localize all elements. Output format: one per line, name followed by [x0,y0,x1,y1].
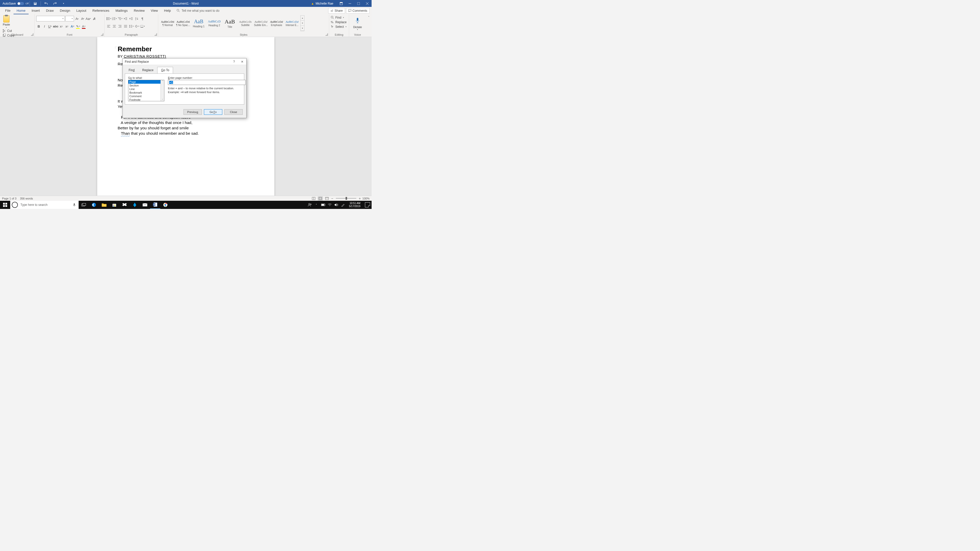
page-indicator[interactable]: Page 1 of 3 [2,197,16,200]
maximize-icon[interactable] [354,0,363,7]
bullets-icon[interactable] [106,16,111,21]
wifi-icon[interactable] [328,203,332,207]
font-size-input[interactable]: ▾ [65,16,74,21]
pen-icon[interactable] [341,203,345,207]
dialog-titlebar[interactable]: Find and Replace ? ✕ [123,59,246,65]
list-item[interactable]: Section [128,84,161,87]
user-name[interactable]: Michelle Rae [316,2,333,5]
taskbar-search[interactable]: Type here to search [10,201,79,209]
style--no-spac-[interactable]: AaBbCcDd¶ No Spac... [175,15,191,31]
print-layout-icon[interactable] [318,197,323,200]
tab-file[interactable]: File [2,7,14,14]
tab-insert[interactable]: Insert [29,7,43,14]
tab-mailings[interactable]: Mailings [113,7,131,14]
replace-button[interactable]: abReplace [331,20,347,24]
decrease-indent-icon[interactable] [123,16,128,21]
numbering-icon[interactable]: 123 [112,16,117,21]
edge-icon[interactable] [89,201,99,209]
collapse-ribbon-icon[interactable]: ˆ [366,14,372,37]
zoom-slider[interactable] [336,198,356,199]
dialog-tab-goto[interactable]: Go To [157,67,173,74]
dialog-help-icon[interactable]: ? [230,59,238,65]
undo-icon[interactable] [43,0,49,7]
style-subtle-em-[interactable]: AaBbCcDdSubtle Em... [253,15,269,31]
list-item[interactable]: Comment [128,94,161,98]
start-icon[interactable] [0,201,10,209]
tab-home[interactable]: Home [14,7,29,14]
cut-button[interactable]: Cut [3,29,33,33]
underline-icon[interactable]: U [48,24,52,29]
mic-icon[interactable] [73,203,76,206]
tab-references[interactable]: References [89,7,112,14]
align-right-icon[interactable] [118,24,123,29]
save-icon[interactable] [32,0,38,7]
notifications-icon[interactable] [365,202,370,207]
list-item[interactable]: Page [128,80,161,84]
styles-launcher[interactable] [325,33,328,36]
autosave-toggle[interactable]: AutoSave Off [3,2,29,5]
dialog-tab-find[interactable]: Find [125,67,138,74]
style-heading-2[interactable]: AaBbCcDHeading 2 [207,15,222,31]
qat-more-icon[interactable]: ▾ [60,0,67,7]
borders-icon[interactable] [140,24,145,29]
chrome-icon[interactable] [160,201,170,209]
share-button[interactable]: Share [328,8,345,14]
paste-button[interactable]: Paste ▾ [2,15,11,29]
font-name-input[interactable]: ▾ [36,16,65,21]
style-heading-1[interactable]: AaBHeading 1 [191,15,207,31]
close-icon[interactable] [363,0,372,7]
bold-icon[interactable]: B [36,24,41,29]
comments-button[interactable]: Comments [346,8,369,14]
dialog-tab-replace[interactable]: Replace [138,67,157,74]
tab-draw[interactable]: Draw [43,7,57,14]
clock[interactable]: 10:51 AM 5/17/2019 [349,202,361,208]
superscript-icon[interactable]: x2 [64,24,69,29]
align-left-icon[interactable] [106,24,111,29]
increase-indent-icon[interactable] [129,16,134,21]
text-effects-icon[interactable]: A [70,24,75,29]
select-button[interactable]: Select▾ [331,24,347,29]
styles-more[interactable]: ▴▾▾ [301,15,304,31]
find-button[interactable]: Find▾ [331,15,347,20]
task-view-icon[interactable] [79,201,89,209]
show-marks-icon[interactable]: ¶ [140,16,145,21]
previous-button[interactable]: Previous [183,109,202,115]
line-spacing-icon[interactable] [129,24,134,29]
word-icon[interactable]: W [150,201,160,209]
list-item[interactable]: Bookmark [128,91,161,94]
font-color-icon[interactable]: A [81,24,86,29]
page-number-input[interactable]: +1 [168,80,245,85]
zoom-in-icon[interactable]: + [359,197,361,200]
highlight-icon[interactable]: ✎ [76,24,81,29]
font-launcher[interactable] [101,33,103,36]
tab-view[interactable]: View [148,7,161,14]
list-item[interactable]: Footnote [128,98,161,101]
style-title[interactable]: AaBTitle [222,15,238,31]
app-icon[interactable] [130,201,140,209]
tab-layout[interactable]: Layout [73,7,89,14]
battery-icon[interactable] [321,203,325,207]
dropbox-icon[interactable] [119,201,130,209]
tab-review[interactable]: Review [130,7,148,14]
redo-icon[interactable] [52,0,58,7]
dialog-close-icon[interactable]: ✕ [238,59,246,65]
zoom-out-icon[interactable]: − [331,197,333,200]
word-count[interactable]: 356 words [20,197,33,200]
align-center-icon[interactable] [112,24,117,29]
author-link[interactable]: CHRISTINA ROSSETTI [124,54,166,59]
style-subtitle[interactable]: AaBbCcDıSubtitle [238,15,253,31]
subscript-icon[interactable]: x2 [59,24,64,29]
paragraph-launcher[interactable] [154,33,157,36]
mail-icon[interactable] [140,201,150,209]
strikethrough-icon[interactable]: abc [53,24,58,29]
style-intense-e-[interactable]: AaBbCcDdIntense E... [284,15,300,31]
style--normal[interactable]: AaBbCcDd¶ Normal [160,15,175,31]
multilevel-list-icon[interactable] [118,16,123,21]
sort-icon[interactable]: AZ [134,16,139,21]
ribbon-display-icon[interactable] [337,0,345,7]
clipboard-launcher[interactable] [31,33,33,36]
list-item[interactable]: Line [128,87,161,91]
style-emphasis[interactable]: AaBbCcDdEmphasis [269,15,284,31]
store-icon[interactable] [109,201,119,209]
justify-icon[interactable] [123,24,128,29]
